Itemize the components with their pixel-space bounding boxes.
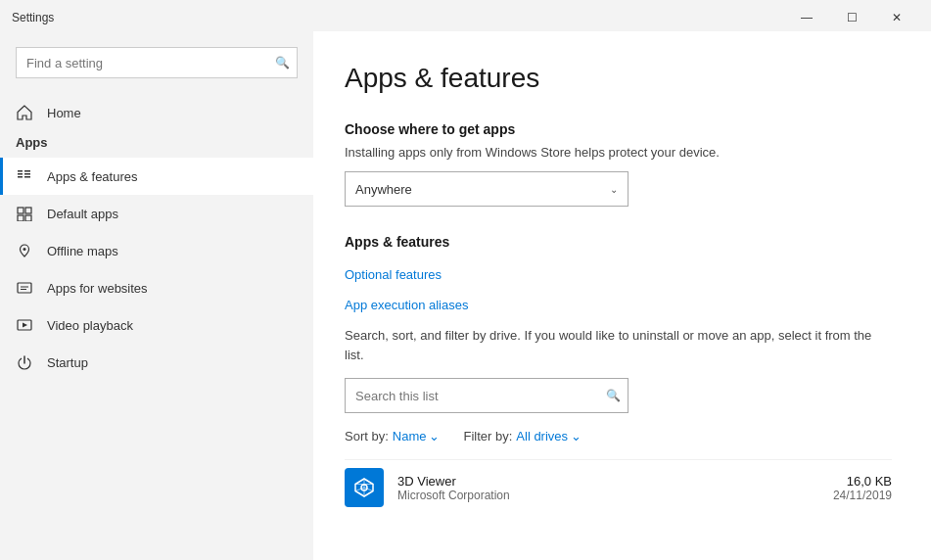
sidebar-item-video-playback[interactable]: Video playback	[0, 306, 313, 344]
startup-label: Startup	[47, 355, 88, 370]
sidebar-search-input[interactable]	[16, 47, 298, 78]
sidebar-item-startup[interactable]: Startup	[0, 344, 313, 381]
svg-rect-4	[24, 173, 30, 175]
chevron-down-icon: ⌄	[610, 184, 618, 195]
sidebar-section-label: Apps	[0, 131, 313, 158]
sort-value[interactable]: Name ⌄	[393, 429, 441, 443]
svg-rect-8	[18, 215, 23, 221]
svg-rect-11	[18, 283, 31, 293]
apps-features-label: Apps & features	[47, 169, 138, 184]
svg-rect-0	[18, 170, 23, 172]
svg-point-10	[23, 248, 26, 251]
svg-rect-2	[18, 176, 23, 178]
search-description: Search, sort, and filter by drive. If yo…	[345, 326, 892, 364]
app-execution-aliases-link[interactable]: App execution aliases	[345, 298, 468, 312]
apps-features-heading: Apps & features	[345, 234, 892, 250]
home-icon	[16, 104, 33, 121]
apps-source-value: Anywhere	[355, 182, 412, 197]
svg-rect-1	[18, 173, 23, 175]
default-apps-icon	[16, 205, 33, 222]
title-bar-controls: — ☐ ✕	[784, 6, 919, 29]
sort-filter-row: Sort by: Name ⌄ Filter by: All drives ⌄	[345, 429, 892, 443]
apps-websites-label: Apps for websites	[47, 281, 148, 296]
app-size: 16,0 KB	[833, 474, 892, 489]
choose-apps-description: Installing apps only from Windows Store …	[345, 145, 892, 160]
sidebar-item-apps-features[interactable]: Apps & features	[0, 158, 313, 195]
svg-rect-5	[24, 176, 30, 178]
sidebar: 🔍 Home Apps	[0, 31, 313, 560]
optional-features-link[interactable]: Optional features	[345, 267, 442, 282]
filter-by-container: Filter by: All drives ⌄	[463, 429, 582, 443]
sidebar-item-home[interactable]: Home	[0, 94, 313, 131]
app-search-input[interactable]	[345, 378, 628, 413]
app-list: 3D Viewer Microsoft Corporation 16,0 KB …	[345, 459, 892, 515]
app-meta-3d-viewer: 16,0 KB 24/11/2019	[833, 474, 892, 502]
choose-apps-section: Choose where to get apps Installing apps…	[345, 121, 892, 207]
sort-label: Sort by:	[345, 429, 389, 443]
apps-features-icon	[16, 167, 33, 185]
app-name: 3D Viewer	[397, 474, 819, 489]
offline-maps-label: Offline maps	[47, 244, 118, 258]
title-bar-title: Settings	[12, 11, 54, 24]
close-button[interactable]: ✕	[874, 6, 919, 29]
app-container: 🔍 Home Apps	[0, 31, 931, 560]
svg-rect-9	[25, 215, 31, 221]
svg-rect-7	[25, 208, 31, 213]
title-bar: Settings — ☐ ✕	[0, 0, 931, 31]
svg-marker-15	[23, 323, 27, 328]
offline-maps-icon	[16, 242, 33, 259]
maximize-button[interactable]: ☐	[829, 6, 874, 29]
app-info-3d-viewer: 3D Viewer Microsoft Corporation	[397, 474, 819, 502]
table-row[interactable]: 3D Viewer Microsoft Corporation 16,0 KB …	[345, 459, 892, 515]
app-publisher: Microsoft Corporation	[397, 489, 819, 502]
choose-apps-heading: Choose where to get apps	[345, 121, 892, 137]
filter-value[interactable]: All drives ⌄	[516, 429, 582, 443]
startup-icon	[16, 353, 33, 371]
apps-websites-icon	[16, 279, 33, 297]
video-playback-label: Video playback	[47, 318, 133, 333]
app-icon-3d-viewer	[345, 468, 384, 507]
sidebar-search-container: 🔍	[16, 47, 298, 78]
svg-rect-3	[24, 170, 30, 172]
main-panel: Apps & features Choose where to get apps…	[313, 31, 931, 560]
sidebar-item-default-apps[interactable]: Default apps	[0, 195, 313, 232]
filter-chevron-icon: ⌄	[571, 429, 582, 443]
apps-features-section: Apps & features Optional features App ex…	[345, 234, 892, 515]
page-title: Apps & features	[345, 63, 892, 94]
sort-by-container: Sort by: Name ⌄	[345, 429, 440, 443]
sidebar-item-apps-websites[interactable]: Apps for websites	[0, 269, 313, 306]
default-apps-label: Default apps	[47, 207, 118, 221]
sort-chevron-icon: ⌄	[429, 429, 440, 443]
svg-rect-6	[18, 208, 23, 213]
app-date: 24/11/2019	[833, 489, 892, 502]
sidebar-item-offline-maps[interactable]: Offline maps	[0, 232, 313, 269]
filter-label: Filter by:	[463, 429, 512, 443]
home-label: Home	[47, 106, 81, 120]
video-playback-icon	[16, 316, 33, 334]
apps-source-dropdown[interactable]: Anywhere ⌄	[345, 171, 628, 207]
app-search-container: 🔍	[345, 378, 628, 413]
minimize-button[interactable]: —	[784, 6, 829, 29]
